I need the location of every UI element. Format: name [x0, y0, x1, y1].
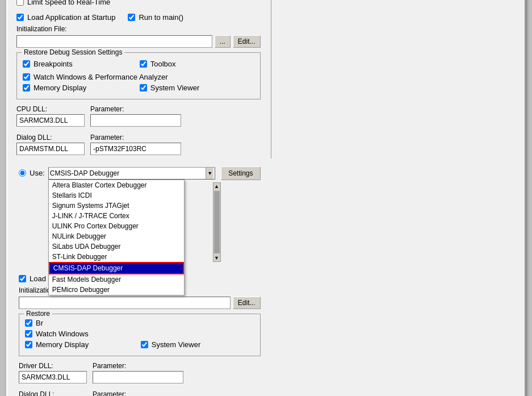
- memory-display-label-left: Memory Display: [33, 84, 86, 92]
- debugger-selected-value: CMSIS-DAP Debugger: [50, 169, 206, 177]
- dropdown-item-2[interactable]: Signum Systems JTAGjet: [49, 201, 184, 211]
- cpu-dll-input[interactable]: [16, 114, 85, 127]
- right-load-label: Load: [30, 274, 46, 283]
- restore-group-title-left: Restore Debug Session Settings: [22, 48, 124, 56]
- breakpoints-checkbox-left[interactable]: [23, 60, 30, 68]
- init-file-browse-button[interactable]: ...: [215, 35, 231, 48]
- restore-group-title-right: Restore: [24, 310, 52, 318]
- dropdown-item-6[interactable]: SiLabs UDA Debugger: [49, 241, 184, 252]
- driver-dll-col: Driver DLL:: [19, 362, 87, 384]
- two-column-layout: Use Simulator Settings Limit Speed to Re…: [13, 0, 519, 396]
- init-file-edit-button[interactable]: Edit...: [233, 35, 261, 48]
- cpu-param-input[interactable]: [90, 114, 181, 127]
- dialog-dll-input-left[interactable]: [16, 143, 85, 155]
- left-dll-section: CPU DLL: Parameter: Dialog DLL:: [16, 105, 261, 155]
- memory-display-label-right: Memory Display: [36, 340, 89, 349]
- toolbox-row-left: Toolbox: [140, 60, 254, 68]
- watch-windows-row-left: Watch Windows & Performance Analyzer: [23, 73, 254, 81]
- dropdown-item-9[interactable]: Fast Models Debugger: [49, 274, 184, 285]
- dropdown-item-1[interactable]: Stellaris ICDI: [49, 190, 184, 201]
- cpu-dll-label: CPU DLL:: [16, 105, 85, 113]
- init-file-input[interactable]: [16, 35, 212, 48]
- dialog-dll-label-right: Dialog DLL:: [19, 390, 87, 397]
- limit-speed-checkbox[interactable]: [16, 0, 24, 6]
- driver-param-col: Parameter:: [93, 362, 183, 384]
- system-viewer-checkbox-left[interactable]: [140, 84, 147, 91]
- watch-windows-checkbox-left[interactable]: [23, 73, 30, 81]
- dialog-dll-label-left: Dialog DLL:: [16, 134, 85, 141]
- system-viewer-row-left: System Viewer: [140, 84, 254, 92]
- system-viewer-row-right: System Viewer: [141, 340, 254, 349]
- system-viewer-label-left: System Viewer: [150, 84, 199, 92]
- dialog-param-label-left: Parameter:: [90, 134, 181, 141]
- left-panel: Use Simulator Settings Limit Speed to Re…: [13, 0, 264, 159]
- toolbox-checkbox-left[interactable]: [140, 60, 147, 68]
- dropdown-item-5[interactable]: NULink Debugger: [49, 231, 184, 241]
- main-window: W Options for Target 'DAC-Output' ✕ Devi…: [6, 0, 526, 396]
- driver-dll-label: Driver DLL:: [19, 362, 87, 370]
- driver-dll-row: Driver DLL: Parameter:: [19, 362, 261, 384]
- watch-windows-label-left: Watch Windows & Performance Analyzer: [33, 73, 168, 81]
- right-panel: Use: CMSIS-DAP Debugger ▼ Altera Blaster…: [13, 163, 264, 397]
- breakpoints-label-left: Breakpoints: [33, 60, 73, 68]
- memory-system-row-left: Memory Display System Viewer: [23, 84, 254, 94]
- watch-windows-row-right: Watch Windows: [25, 330, 254, 338]
- toolbox-label-left: Toolbox: [150, 60, 176, 68]
- init-file-label: Initialization File:: [16, 25, 261, 33]
- run-to-main-checkbox[interactable]: [128, 14, 135, 21]
- load-app-checkbox[interactable]: [16, 14, 24, 21]
- system-viewer-label-right: System Viewer: [152, 340, 200, 349]
- limit-speed-row: Limit Speed to Real-Time: [16, 0, 261, 6]
- right-init-file-input[interactable]: [19, 297, 231, 309]
- dialog-param-col-left: Parameter:: [90, 134, 181, 155]
- memory-display-checkbox-right[interactable]: [25, 341, 32, 348]
- right-init-file-row: Edit...: [19, 297, 261, 309]
- restore-checkboxes-left: Breakpoints Toolbox: [23, 60, 254, 70]
- init-file-section: Initialization File: ... Edit...: [16, 25, 261, 48]
- use-row: Use: CMSIS-DAP Debugger ▼ Altera Blaster…: [19, 166, 261, 180]
- breakpoints-checkbox-right[interactable]: [25, 319, 32, 327]
- main-content: Use Simulator Settings Limit Speed to Re…: [7, 0, 525, 396]
- system-viewer-checkbox-right[interactable]: [141, 341, 148, 348]
- driver-param-label: Parameter:: [93, 362, 183, 370]
- use-label: Use:: [30, 169, 45, 177]
- init-file-row: ... Edit...: [16, 35, 261, 48]
- dialog-param-label-right: Parameter:: [93, 390, 183, 397]
- load-app-label: Load Application at Startup: [27, 13, 115, 22]
- panel-divider: [271, 0, 271, 159]
- right-load-checkbox[interactable]: [19, 275, 26, 282]
- debugger-dropdown-wrapper: CMSIS-DAP Debugger ▼ Altera Blaster Cort…: [48, 167, 215, 180]
- right-dll-section: Driver DLL: Parameter: Dialog DLL:: [19, 362, 261, 397]
- right-settings-button[interactable]: Settings: [221, 166, 260, 180]
- dropdown-item-4[interactable]: ULINK Pro Cortex Debugger: [49, 221, 184, 231]
- watch-windows-checkbox-right[interactable]: [25, 330, 32, 337]
- load-app-row: Load Application at Startup Run to main(…: [16, 13, 261, 22]
- watch-windows-label-right: Watch Windows: [36, 330, 89, 338]
- dropdown-item-7[interactable]: ST-Link Debugger: [49, 252, 184, 262]
- scroll-down-btn[interactable]: ▼: [213, 255, 220, 261]
- limit-speed-label: Limit Speed to Real-Time: [27, 0, 110, 6]
- use-debugger-radio[interactable]: [19, 169, 26, 177]
- dropdown-item-10[interactable]: PEMicro Debugger: [49, 285, 184, 295]
- restore-group-right: Restore Br Watch Windows Memory Display: [19, 314, 261, 356]
- dialog-param-input-left[interactable]: [90, 143, 181, 155]
- dialog-dll-row-right: Dialog DLL: Parameter:: [19, 390, 261, 397]
- memory-display-checkbox-left[interactable]: [23, 84, 30, 91]
- memory-display-row-right: Memory Display: [25, 340, 139, 349]
- dialog-param-col-right: Parameter:: [93, 390, 183, 397]
- dialog-dll-col-left: Dialog DLL:: [16, 134, 85, 155]
- cpu-dll-col: CPU DLL:: [16, 105, 85, 127]
- dropdown-item-3[interactable]: J-LINK / J-TRACE Cortex: [49, 211, 184, 221]
- dialog-dll-col-right: Dialog DLL:: [19, 390, 87, 397]
- debugger-dropdown[interactable]: CMSIS-DAP Debugger ▼: [48, 167, 215, 180]
- scroll-up-btn[interactable]: ▲: [213, 183, 220, 190]
- breakpoints-row-right: Br: [25, 319, 254, 327]
- driver-param-input[interactable]: [93, 371, 183, 384]
- breakpoints-row-left: Breakpoints: [23, 60, 137, 68]
- run-to-main-label: Run to main(): [139, 13, 183, 22]
- memory-display-row-left: Memory Display: [23, 84, 137, 92]
- dropdown-item-0[interactable]: Altera Blaster Cortex Debugger: [49, 180, 184, 190]
- dropdown-item-8[interactable]: CMSIS-DAP Debugger: [49, 262, 184, 274]
- driver-dll-input[interactable]: [19, 371, 87, 384]
- right-edit-button[interactable]: Edit...: [233, 297, 261, 309]
